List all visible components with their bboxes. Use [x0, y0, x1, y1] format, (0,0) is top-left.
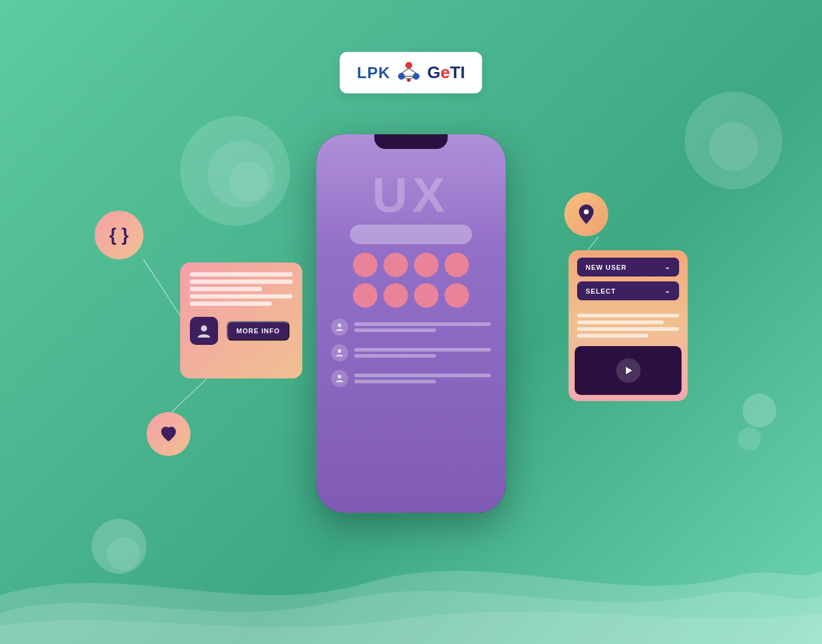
svg-line-4 — [401, 68, 409, 73]
card-line-1 — [190, 272, 293, 277]
line-4 — [354, 354, 436, 358]
left-card: MORE INFO — [180, 262, 302, 378]
svg-line-5 — [409, 68, 416, 73]
list-item-3 — [331, 370, 491, 387]
svg-point-15 — [201, 325, 207, 331]
curly-braces-svg: { } — [108, 224, 130, 246]
phone-mockup: UX — [316, 134, 506, 513]
grid-item-2 — [384, 253, 408, 277]
grid-item-6 — [384, 283, 408, 308]
deco-circle-6 — [743, 394, 776, 427]
avatar-2 — [331, 344, 348, 361]
rc-line-4 — [577, 334, 649, 338]
logo-container: LPK GeTI — [340, 52, 482, 93]
heart-icon — [147, 412, 191, 456]
bg-circle-3 — [229, 162, 269, 201]
svg-point-13 — [338, 349, 341, 353]
card-lines-group — [190, 272, 293, 306]
grid-item-7 — [414, 283, 438, 308]
svg-marker-16 — [626, 367, 632, 374]
right-card: NEW USER ⌄ SELECT ⌄ — [569, 250, 688, 401]
list-item-2 — [331, 344, 491, 361]
new-user-dropdown[interactable]: NEW USER ⌄ — [577, 258, 679, 277]
right-card-top: NEW USER ⌄ SELECT ⌄ — [569, 250, 688, 308]
phone-search-bar — [350, 225, 472, 244]
grid-item-3 — [414, 253, 438, 277]
line-2 — [354, 328, 436, 332]
play-button[interactable] — [616, 358, 641, 383]
list-lines-1 — [354, 322, 491, 332]
code-brackets-icon: { } — [95, 211, 144, 259]
card-line-4 — [190, 294, 293, 298]
svg-text:{ }: { } — [109, 225, 129, 245]
avatar-3 — [331, 370, 348, 387]
chevron-down-icon-1: ⌄ — [664, 263, 671, 271]
more-info-button[interactable]: MORE INFO — [227, 321, 289, 341]
bottom-wave — [0, 522, 822, 644]
card-bottom-row: MORE INFO — [190, 317, 293, 345]
svg-point-0 — [406, 62, 412, 68]
card-line-3 — [190, 287, 262, 291]
line-1 — [354, 322, 491, 326]
logo-lpk-text: LPK — [357, 63, 390, 82]
phone-app-grid — [335, 253, 487, 308]
grid-item-8 — [445, 283, 469, 308]
line-5 — [354, 374, 491, 377]
rc-line-2 — [577, 320, 664, 324]
list-lines-3 — [354, 374, 491, 383]
logo-network-icon — [395, 59, 422, 86]
line-3 — [354, 348, 491, 352]
location-pin-icon — [564, 192, 608, 236]
svg-point-18 — [584, 209, 589, 214]
card-avatar-box — [190, 317, 218, 345]
deco-circle-7 — [738, 427, 761, 450]
phone-ux-label: UX — [372, 171, 449, 220]
grid-item-1 — [353, 253, 377, 277]
grid-item-4 — [445, 253, 469, 277]
select-dropdown[interactable]: SELECT ⌄ — [577, 281, 679, 300]
video-player[interactable] — [575, 346, 682, 395]
phone-list — [316, 319, 506, 396]
heart-svg — [159, 424, 178, 444]
list-lines-2 — [354, 348, 491, 358]
avatar-1 — [331, 319, 348, 336]
logo-geti-text: GeTI — [427, 63, 465, 82]
svg-point-12 — [338, 324, 341, 327]
chevron-down-icon-2: ⌄ — [664, 287, 671, 295]
phone-screen: UX — [316, 134, 506, 513]
location-svg — [576, 203, 596, 225]
right-card-lines — [569, 308, 688, 344]
rc-line-3 — [577, 327, 679, 331]
card-line-2 — [190, 280, 293, 284]
bg-circle-5 — [709, 122, 758, 171]
grid-item-5 — [353, 283, 377, 308]
phone-notch — [374, 134, 448, 149]
list-item-1 — [331, 319, 491, 336]
svg-point-14 — [338, 375, 341, 378]
rc-line-1 — [577, 314, 679, 317]
line-6 — [354, 380, 436, 383]
card-line-5 — [190, 302, 272, 306]
